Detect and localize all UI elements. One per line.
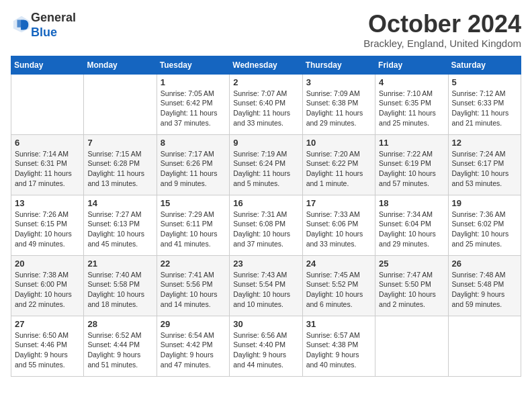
day-cell: 15Sunrise: 7:29 AMSunset: 6:11 PMDayligh…	[157, 195, 229, 255]
day-cell	[375, 316, 448, 376]
day-header-saturday: Saturday	[448, 56, 521, 74]
day-number: 25	[379, 259, 444, 269]
day-cell: 29Sunrise: 6:54 AMSunset: 4:42 PMDayligh…	[157, 316, 229, 376]
day-info: Sunrise: 7:14 AMSunset: 6:31 PMDaylight:…	[15, 149, 80, 189]
day-number: 8	[161, 138, 226, 148]
header: General Blue October 2024 Brackley, Engl…	[11, 11, 521, 49]
day-cell: 10Sunrise: 7:20 AMSunset: 6:22 PMDayligh…	[302, 134, 375, 195]
day-number: 12	[452, 138, 517, 148]
day-header-tuesday: Tuesday	[157, 56, 229, 74]
day-info: Sunrise: 7:41 AMSunset: 5:56 PMDaylight:…	[161, 270, 226, 310]
day-number: 18	[379, 198, 444, 208]
day-number: 30	[233, 319, 298, 329]
day-info: Sunrise: 7:19 AMSunset: 6:24 PMDaylight:…	[233, 149, 298, 189]
day-info: Sunrise: 6:52 AMSunset: 4:44 PMDaylight:…	[87, 330, 152, 370]
day-info: Sunrise: 7:15 AMSunset: 6:28 PMDaylight:…	[87, 149, 152, 189]
day-cell: 27Sunrise: 6:50 AMSunset: 4:46 PMDayligh…	[11, 316, 84, 376]
day-cell: 30Sunrise: 6:56 AMSunset: 4:40 PMDayligh…	[230, 316, 302, 376]
day-cell: 9Sunrise: 7:19 AMSunset: 6:24 PMDaylight…	[230, 134, 302, 195]
day-number: 7	[87, 138, 152, 148]
day-info: Sunrise: 6:50 AMSunset: 4:46 PMDaylight:…	[15, 330, 80, 370]
day-info: Sunrise: 7:40 AMSunset: 5:58 PMDaylight:…	[87, 270, 152, 310]
day-info: Sunrise: 6:56 AMSunset: 4:40 PMDaylight:…	[233, 330, 298, 370]
day-cell	[11, 74, 84, 134]
day-cell: 24Sunrise: 7:45 AMSunset: 5:52 PMDayligh…	[302, 255, 375, 316]
week-row-4: 20Sunrise: 7:38 AMSunset: 6:00 PMDayligh…	[11, 255, 521, 316]
day-info: Sunrise: 7:45 AMSunset: 5:52 PMDaylight:…	[306, 270, 371, 310]
day-number: 11	[379, 138, 444, 148]
logo-general-text: General	[31, 11, 76, 24]
day-number: 20	[15, 259, 80, 269]
month-title: October 2024	[363, 11, 521, 38]
day-info: Sunrise: 7:26 AMSunset: 6:15 PMDaylight:…	[15, 210, 80, 249]
day-cell: 13Sunrise: 7:26 AMSunset: 6:15 PMDayligh…	[11, 195, 84, 255]
day-cell: 22Sunrise: 7:41 AMSunset: 5:56 PMDayligh…	[157, 255, 229, 316]
day-number: 9	[233, 138, 298, 148]
day-cell: 14Sunrise: 7:27 AMSunset: 6:13 PMDayligh…	[84, 195, 157, 255]
day-info: Sunrise: 7:07 AMSunset: 6:40 PMDaylight:…	[233, 89, 298, 128]
day-number: 21	[87, 259, 152, 269]
day-number: 16	[233, 198, 298, 208]
day-cell: 8Sunrise: 7:17 AMSunset: 6:26 PMDaylight…	[157, 134, 229, 195]
day-number: 13	[15, 198, 80, 208]
day-header-sunday: Sunday	[11, 56, 84, 74]
day-info: Sunrise: 7:33 AMSunset: 6:06 PMDaylight:…	[306, 210, 371, 249]
day-info: Sunrise: 7:27 AMSunset: 6:13 PMDaylight:…	[87, 210, 152, 249]
day-cell	[84, 74, 157, 134]
day-info: Sunrise: 7:24 AMSunset: 6:17 PMDaylight:…	[452, 149, 517, 189]
day-cell: 17Sunrise: 7:33 AMSunset: 6:06 PMDayligh…	[302, 195, 375, 255]
day-info: Sunrise: 7:36 AMSunset: 6:02 PMDaylight:…	[452, 210, 517, 249]
day-info: Sunrise: 7:29 AMSunset: 6:11 PMDaylight:…	[161, 210, 226, 249]
day-info: Sunrise: 7:09 AMSunset: 6:38 PMDaylight:…	[306, 89, 371, 128]
day-number: 2	[233, 77, 298, 87]
day-info: Sunrise: 7:31 AMSunset: 6:08 PMDaylight:…	[233, 210, 298, 249]
week-row-2: 6Sunrise: 7:14 AMSunset: 6:31 PMDaylight…	[11, 134, 521, 195]
calendar: SundayMondayTuesdayWednesdayThursdayFrid…	[11, 56, 521, 377]
logo-icon	[12, 15, 31, 34]
day-cell: 7Sunrise: 7:15 AMSunset: 6:28 PMDaylight…	[84, 134, 157, 195]
day-header-monday: Monday	[84, 56, 157, 74]
day-cell: 12Sunrise: 7:24 AMSunset: 6:17 PMDayligh…	[448, 134, 521, 195]
day-number: 14	[87, 198, 152, 208]
day-number: 15	[161, 198, 226, 208]
day-info: Sunrise: 7:05 AMSunset: 6:42 PMDaylight:…	[161, 89, 226, 128]
day-info: Sunrise: 7:43 AMSunset: 5:54 PMDaylight:…	[233, 270, 298, 310]
day-cell: 1Sunrise: 7:05 AMSunset: 6:42 PMDaylight…	[157, 74, 229, 134]
day-info: Sunrise: 7:22 AMSunset: 6:19 PMDaylight:…	[379, 149, 444, 189]
day-cell: 25Sunrise: 7:47 AMSunset: 5:50 PMDayligh…	[375, 255, 448, 316]
day-info: Sunrise: 6:57 AMSunset: 4:38 PMDaylight:…	[306, 330, 371, 370]
day-cell: 20Sunrise: 7:38 AMSunset: 6:00 PMDayligh…	[11, 255, 84, 316]
day-number: 4	[379, 77, 444, 87]
day-cell: 2Sunrise: 7:07 AMSunset: 6:40 PMDaylight…	[230, 74, 302, 134]
day-info: Sunrise: 7:12 AMSunset: 6:33 PMDaylight:…	[452, 89, 517, 128]
location: Brackley, England, United Kingdom	[363, 38, 521, 49]
day-cell: 4Sunrise: 7:10 AMSunset: 6:35 PMDaylight…	[375, 74, 448, 134]
week-row-5: 27Sunrise: 6:50 AMSunset: 4:46 PMDayligh…	[11, 316, 521, 376]
day-info: Sunrise: 7:48 AMSunset: 5:48 PMDaylight:…	[452, 270, 517, 310]
day-cell: 31Sunrise: 6:57 AMSunset: 4:38 PMDayligh…	[302, 316, 375, 376]
logo: General Blue	[11, 11, 76, 40]
calendar-header-row: SundayMondayTuesdayWednesdayThursdayFrid…	[11, 56, 521, 74]
day-header-friday: Friday	[375, 56, 448, 74]
day-info: Sunrise: 7:10 AMSunset: 6:35 PMDaylight:…	[379, 89, 444, 128]
day-number: 10	[306, 138, 371, 148]
day-number: 5	[452, 77, 517, 87]
day-cell: 21Sunrise: 7:40 AMSunset: 5:58 PMDayligh…	[84, 255, 157, 316]
day-info: Sunrise: 7:38 AMSunset: 6:00 PMDaylight:…	[15, 270, 80, 310]
day-number: 23	[233, 259, 298, 269]
day-number: 24	[306, 259, 371, 269]
day-number: 26	[452, 259, 517, 269]
day-number: 19	[452, 198, 517, 208]
day-info: Sunrise: 7:47 AMSunset: 5:50 PMDaylight:…	[379, 270, 444, 310]
day-info: Sunrise: 7:20 AMSunset: 6:22 PMDaylight:…	[306, 149, 371, 189]
day-cell: 3Sunrise: 7:09 AMSunset: 6:38 PMDaylight…	[302, 74, 375, 134]
title-area: October 2024 Brackley, England, United K…	[363, 11, 521, 49]
day-cell: 6Sunrise: 7:14 AMSunset: 6:31 PMDaylight…	[11, 134, 84, 195]
day-header-thursday: Thursday	[302, 56, 375, 74]
day-number: 1	[161, 77, 226, 87]
day-number: 28	[87, 319, 152, 329]
day-cell: 26Sunrise: 7:48 AMSunset: 5:48 PMDayligh…	[448, 255, 521, 316]
day-cell: 5Sunrise: 7:12 AMSunset: 6:33 PMDaylight…	[448, 74, 521, 134]
day-number: 27	[15, 319, 80, 329]
day-header-wednesday: Wednesday	[230, 56, 302, 74]
